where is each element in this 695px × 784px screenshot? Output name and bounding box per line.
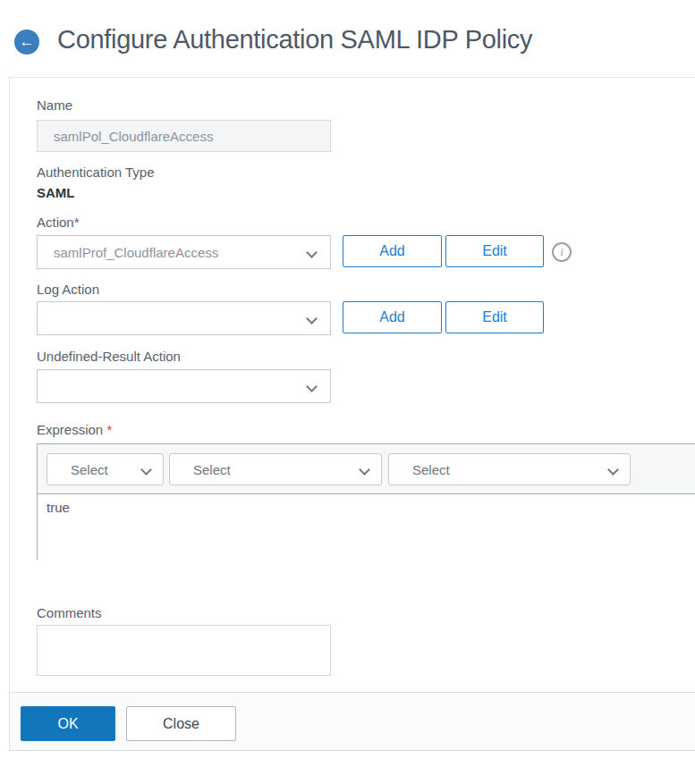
ok-button[interactable]: OK: [21, 706, 115, 741]
action-add-button[interactable]: Add: [343, 235, 442, 267]
log-action-edit-button[interactable]: Edit: [445, 301, 544, 333]
form-panel: Name Authentication Type SAML Action* sa…: [9, 77, 695, 751]
name-label: Name: [37, 97, 72, 113]
expression-select-2[interactable]: Select: [169, 453, 382, 485]
chevron-down-icon: [306, 247, 318, 258]
undefined-result-action-select[interactable]: [37, 369, 331, 403]
log-action-select[interactable]: [37, 301, 331, 335]
auth-type-label: Authentication Type: [37, 164, 154, 180]
expression-select-1[interactable]: Select: [47, 453, 164, 485]
comments-input[interactable]: [37, 625, 331, 676]
back-arrow-icon[interactable]: ←: [14, 30, 39, 55]
undefined-result-action-label: Undefined-Result Action: [37, 349, 181, 364]
required-asterisk: *: [106, 422, 112, 437]
action-select-value: samlProf_CloudflareAccess: [54, 245, 218, 260]
close-button[interactable]: Close: [126, 706, 236, 741]
expression-input[interactable]: true: [38, 494, 695, 560]
chevron-down-icon: [359, 464, 370, 476]
log-action-label: Log Action: [37, 282, 99, 297]
auth-type-value: SAML: [37, 185, 75, 200]
footer-bar: OK Close: [10, 692, 695, 751]
expression-select-3[interactable]: Select: [388, 453, 631, 485]
action-edit-button[interactable]: Edit: [445, 235, 544, 267]
chevron-down-icon: [306, 313, 318, 325]
action-select[interactable]: samlProf_CloudflareAccess: [37, 235, 331, 269]
info-icon[interactable]: i: [552, 242, 572, 262]
expression-label: Expression *: [37, 422, 112, 437]
expression-toolbar: Select Select Select: [38, 444, 695, 494]
chevron-down-icon: [607, 464, 619, 476]
action-label: Action*: [37, 215, 80, 230]
comments-label: Comments: [37, 605, 102, 620]
expression-builder: Select Select Select true: [37, 443, 695, 560]
name-input[interactable]: [37, 120, 331, 152]
chevron-down-icon: [140, 464, 152, 476]
log-action-add-button[interactable]: Add: [343, 301, 442, 333]
page-title: Configure Authentication SAML IDP Policy: [57, 25, 532, 55]
chevron-down-icon: [306, 381, 318, 392]
page-header: ← Configure Authentication SAML IDP Poli…: [0, 0, 695, 77]
